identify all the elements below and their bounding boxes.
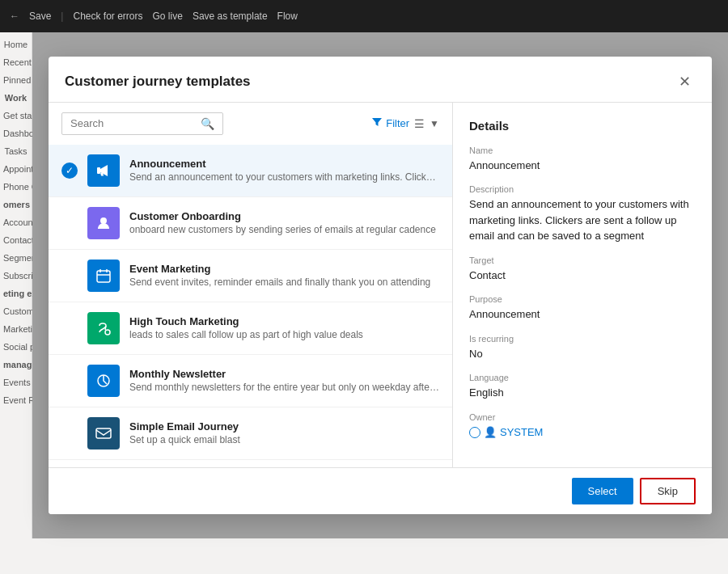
list-view-icon[interactable]: ☰ <box>414 117 425 130</box>
sidebar-item-customers[interactable]: omers <box>0 196 32 213</box>
sidebar-item-getstart[interactable]: Get start <box>0 107 32 125</box>
dialog-body: 🔍 Filter ☰ <box>49 103 712 468</box>
template-name: Monthly Newsletter <box>129 368 439 380</box>
template-name: High Touch Marketing <box>129 315 439 327</box>
onboarding-icon <box>87 207 120 239</box>
template-name: Customer Onboarding <box>129 210 439 222</box>
template-item[interactable]: Simple Email Journey Set up a quick emai… <box>49 407 452 460</box>
template-item[interactable]: Customer Onboarding onboard new customer… <box>49 197 452 250</box>
svg-point-6 <box>105 330 110 335</box>
chevron-down-icon[interactable]: ▼ <box>430 118 439 129</box>
owner-person-icon: 👤 <box>484 424 497 441</box>
template-item[interactable]: Monthly Newsletter Send monthly newslett… <box>49 355 452 407</box>
svg-point-1 <box>100 217 107 224</box>
template-item[interactable]: High Touch Marketing leads to sales call… <box>49 302 452 355</box>
sidebar-item-social[interactable]: Social p <box>0 338 32 356</box>
app-background: ← Save | Check for errors Go live Save a… <box>0 0 728 574</box>
customer-journey-dialog: Customer journey templates ✕ 🔍 <box>49 57 712 515</box>
template-description: Send an announcement to your customers w… <box>129 171 439 183</box>
template-description: onboard new customers by sending series … <box>129 224 439 235</box>
template-info-onboarding: Customer Onboarding onboard new customer… <box>129 210 439 235</box>
template-info-hightouch: High Touch Marketing leads to sales call… <box>129 315 439 340</box>
go-live-btn[interactable]: Go live <box>153 11 183 22</box>
sidebar-item-dashboard[interactable]: Dashbo <box>0 125 32 142</box>
sidebar-item-recent[interactable]: Recent <box>0 53 32 71</box>
sidebar-item-home[interactable]: Home <box>0 36 32 53</box>
template-description: Send monthly newsletters for the entire … <box>129 382 439 393</box>
template-name: Simple Email Journey <box>129 420 439 433</box>
sidebar-item-event-reg[interactable]: Event Re <box>0 391 32 409</box>
detail-recurring-field: Is recurring No <box>469 334 696 362</box>
event-icon <box>87 260 120 292</box>
filter-button[interactable]: Filter <box>371 116 409 130</box>
detail-target-field: Target Contact <box>469 255 696 284</box>
detail-name-field: Name Announcement <box>469 146 696 174</box>
template-info-event: Event Marketing Send event invites, remi… <box>129 263 439 288</box>
save-as-template-btn[interactable]: Save as template <box>193 11 268 22</box>
skip-button[interactable]: Skip <box>640 478 696 504</box>
filter-label: Filter <box>386 117 409 129</box>
back-icon[interactable]: ← <box>10 11 19 22</box>
owner-value[interactable]: 👤 SYSTEM <box>469 424 696 441</box>
purpose-value: Announcement <box>469 306 696 323</box>
sidebar-item-subscriptions[interactable]: Subscri <box>0 267 32 285</box>
sidebar-item-segments[interactable]: Segment <box>0 249 32 267</box>
dialog-footer: Select Skip <box>49 467 712 514</box>
sidebar-item-appointments[interactable]: Appoint <box>0 160 32 178</box>
details-panel: Details Name Announcement Description Se… <box>453 103 712 468</box>
template-info-announcement: Announcement Send an announcement to you… <box>129 158 439 183</box>
svg-rect-8 <box>96 428 111 438</box>
app-content: Home Recent Pinned Work Get start Dashbo… <box>0 32 728 538</box>
sidebar-item-pinned[interactable]: Pinned <box>0 71 32 89</box>
name-value: Announcement <box>469 158 696 174</box>
svg-rect-2 <box>97 271 110 282</box>
template-item[interactable]: Event Marketing Send event invites, remi… <box>49 250 452 302</box>
description-value: Send an announcement to your customers w… <box>469 196 696 244</box>
detail-owner-field: Owner 👤 SYSTEM <box>469 412 696 441</box>
sidebar-item-marketing-ex[interactable]: eting ex <box>0 285 32 302</box>
template-name: Announcement <box>129 158 439 170</box>
search-filter-row: 🔍 Filter ☰ <box>49 103 452 145</box>
announcement-icon <box>87 154 120 187</box>
sidebar-item-account[interactable]: Account <box>0 213 32 231</box>
email-icon <box>87 417 120 449</box>
sidebar-item-work[interactable]: Work <box>0 89 32 107</box>
template-item[interactable]: ✓ <box>49 145 452 197</box>
flow-btn[interactable]: Flow <box>277 11 298 22</box>
recurring-label: Is recurring <box>469 334 696 344</box>
filter-area: Filter ☰ ▼ <box>371 116 439 130</box>
svg-rect-0 <box>97 167 100 174</box>
main-area: Customer journey templates ✕ 🔍 <box>32 32 728 538</box>
template-description: Set up a quick email blast <box>129 434 439 445</box>
filter-icon <box>371 116 383 130</box>
save-btn[interactable]: Save <box>29 11 51 22</box>
sidebar-item-manage[interactable]: manage <box>0 356 32 374</box>
sidebar-item-tasks[interactable]: Tasks <box>0 142 32 160</box>
search-input[interactable] <box>70 117 196 129</box>
check-errors-btn[interactable]: Check for errors <box>73 11 142 22</box>
target-value: Contact <box>469 268 696 284</box>
owner-icon-circle <box>469 427 480 438</box>
dialog-close-button[interactable]: ✕ <box>674 71 696 92</box>
search-input-wrap[interactable]: 🔍 <box>61 112 223 135</box>
template-description: Send event invites, reminder emails and … <box>129 276 439 288</box>
sidebar-item-marketing[interactable]: Marketi <box>0 320 32 338</box>
dialog-title: Customer journey templates <box>65 74 251 90</box>
template-check-announcement: ✓ <box>61 162 78 179</box>
owner-label: Owner <box>469 412 696 422</box>
sidebar-item-contacts[interactable]: Contact <box>0 231 32 249</box>
language-label: Language <box>469 373 696 382</box>
divider: | <box>61 11 63 22</box>
search-icon: 🔍 <box>201 117 214 130</box>
template-name: Event Marketing <box>129 263 439 275</box>
description-label: Description <box>469 184 696 194</box>
sidebar-item-phone[interactable]: Phone C <box>0 178 32 196</box>
owner-name: SYSTEM <box>500 424 543 441</box>
template-list-panel: 🔍 Filter ☰ <box>49 103 453 468</box>
select-button[interactable]: Select <box>572 478 633 504</box>
sidebar-item-events[interactable]: Events <box>0 374 32 391</box>
sidebar-item-customer-journeys[interactable]: Custome <box>0 302 32 320</box>
detail-purpose-field: Purpose Announcement <box>469 294 696 323</box>
recurring-value: No <box>469 346 696 362</box>
template-description: leads to sales call follow up as part of… <box>129 329 439 340</box>
